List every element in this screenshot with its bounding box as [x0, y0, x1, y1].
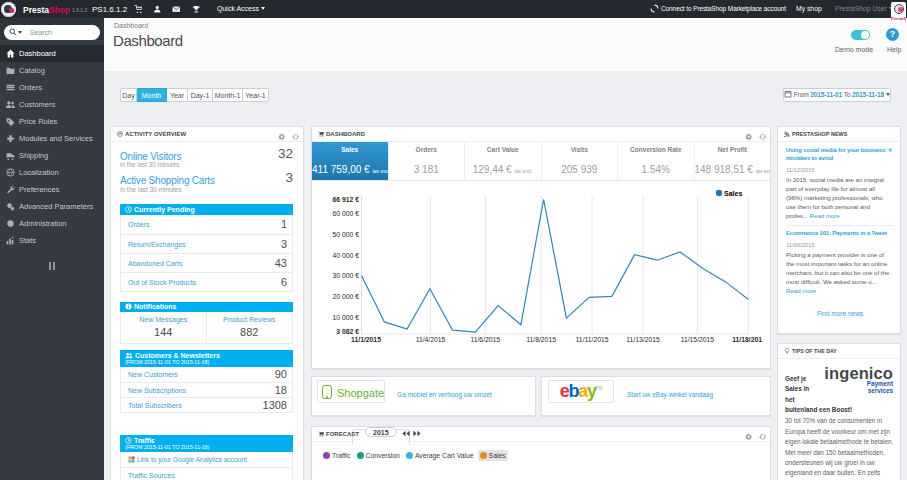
- svg-text:3 082 €: 3 082 €: [336, 328, 359, 335]
- svg-text:Sales: Sales: [724, 190, 742, 197]
- svg-text:11/8/2015: 11/8/2015: [526, 336, 556, 343]
- svg-text:10 000 €: 10 000 €: [333, 314, 360, 321]
- svg-text:11/1/2015: 11/1/2015: [351, 336, 381, 343]
- svg-text:11/18/201: 11/18/201: [732, 336, 762, 343]
- svg-text:50 000 €: 50 000 €: [333, 231, 360, 238]
- svg-text:30 000 €: 30 000 €: [333, 272, 360, 279]
- svg-text:11/15/2015: 11/15/2015: [681, 336, 715, 343]
- svg-text:60 000 €: 60 000 €: [333, 210, 360, 217]
- svg-text:11/11/2015: 11/11/2015: [576, 336, 609, 343]
- svg-text:40 000 €: 40 000 €: [333, 252, 360, 259]
- svg-text:66 912 €: 66 912 €: [333, 196, 360, 203]
- svg-text:11/4/2015: 11/4/2015: [416, 336, 446, 343]
- svg-text:11/6/2015: 11/6/2015: [470, 336, 500, 343]
- svg-text:11/13/2015: 11/13/2015: [626, 336, 660, 343]
- svg-text:20 000 €: 20 000 €: [333, 293, 360, 300]
